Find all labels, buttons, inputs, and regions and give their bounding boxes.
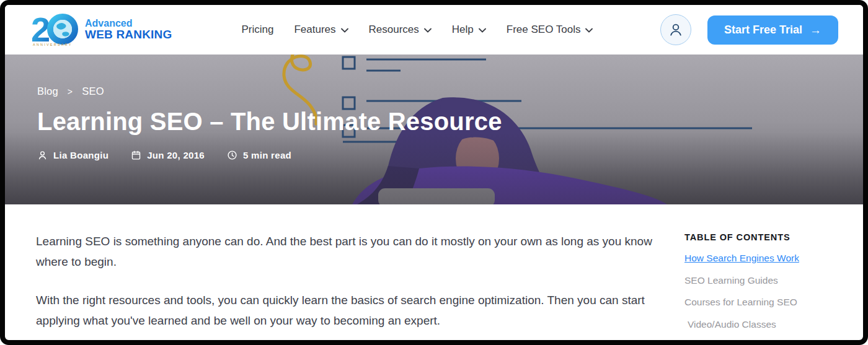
chevron-down-icon: [424, 28, 432, 33]
read-time-meta: 5 min read: [227, 150, 291, 160]
clock-icon: [227, 150, 237, 160]
chevron-down-icon: [479, 28, 486, 33]
user-icon: [668, 22, 684, 38]
breadcrumb-separator: >: [68, 87, 73, 97]
logo-name-top: Advanced: [85, 19, 172, 29]
main-content: Learning SEO is something anyone can do.…: [5, 204, 863, 341]
chevron-down-icon: [341, 28, 348, 33]
calendar-icon: [131, 150, 141, 160]
article-paragraph: With the right resources and tools, you …: [36, 290, 663, 331]
breadcrumb-seo[interactable]: SEO: [82, 85, 104, 97]
publish-date: Jun 20, 2016: [147, 150, 205, 160]
nav-item-free-seo-tools[interactable]: Free SEO Tools: [507, 24, 593, 36]
post-meta: Lia Boangiu Jun 20, 2016 5 min rea: [37, 150, 863, 160]
nav-item-features[interactable]: Features: [294, 24, 348, 36]
author-name: Lia Boangiu: [53, 150, 108, 160]
site-header: 2 ANNIVERSARY Advanced WEB RANKING Prici…: [5, 5, 863, 55]
chevron-down-icon: [585, 28, 593, 33]
main-nav: Pricing Features Resources Help Free SEO…: [241, 24, 593, 36]
table-of-contents: TABLE OF CONTENTS How Search Engines Wor…: [684, 204, 838, 341]
breadcrumb-blog[interactable]: Blog: [37, 85, 58, 97]
page-title: Learning SEO – The Ultimate Resource: [37, 108, 863, 136]
toc-item-video-audio-classes[interactable]: Video/Audio Classes: [684, 319, 838, 330]
toc-item-courses-for-learning-seo[interactable]: Courses for Learning SEO: [684, 297, 838, 308]
toc-title: TABLE OF CONTENTS: [684, 232, 838, 242]
breadcrumb: Blog > SEO: [37, 85, 863, 97]
awr-logo[interactable]: 2 ANNIVERSARY Advanced WEB RANKING: [31, 12, 172, 47]
read-time: 5 min read: [243, 150, 291, 160]
start-free-trial-button[interactable]: Start Free Trial →: [707, 15, 838, 45]
nav-item-help[interactable]: Help: [452, 24, 486, 36]
toc-item-how-search-engines-work[interactable]: How Search Engines Work: [684, 253, 838, 264]
nav-item-resources[interactable]: Resources: [369, 24, 432, 36]
arrow-right-icon: →: [810, 24, 822, 36]
awr-logo-mark-icon: 2 ANNIVERSARY: [31, 12, 79, 47]
author-icon: [37, 150, 48, 160]
article-paragraph: Learning SEO is something anyone can do.…: [36, 232, 663, 273]
toc-item-seo-learning-guides[interactable]: SEO Learning Guides: [684, 275, 838, 286]
article-body: Learning SEO is something anyone can do.…: [36, 204, 663, 341]
account-avatar-button[interactable]: [660, 14, 691, 45]
logo-anniversary-label: ANNIVERSARY: [33, 43, 73, 46]
browser-page: 2 ANNIVERSARY Advanced WEB RANKING Prici…: [0, 0, 868, 345]
logo-name-bottom: WEB RANKING: [85, 28, 172, 41]
date-meta: Jun 20, 2016: [131, 150, 205, 160]
author-meta: Lia Boangiu: [37, 150, 108, 160]
hero-banner: Blog > SEO Learning SEO – The Ultimate R…: [5, 55, 863, 204]
nav-item-pricing[interactable]: Pricing: [241, 24, 273, 36]
